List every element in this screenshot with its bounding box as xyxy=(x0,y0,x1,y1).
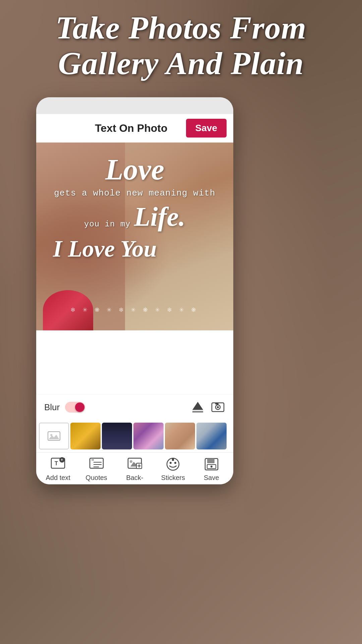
snowflakes-decoration: ❄ ✳ ❋ ✳ ❄ ✳ ❋ ✳ ❄ ✳ ❋ xyxy=(36,306,233,314)
save-button-header[interactable]: Save xyxy=(186,119,227,138)
toggle-thumb xyxy=(75,402,84,412)
nav-stickers-label: Stickers xyxy=(161,474,185,482)
svg-point-25 xyxy=(170,462,172,464)
app-header: Text On Photo Save xyxy=(36,114,233,143)
nav-add-text[interactable]: T + Add text xyxy=(45,457,71,482)
text-life-row: you in my Life. xyxy=(84,202,185,232)
top-text-block: Take Photos From Gallery And Plain xyxy=(0,10,362,81)
thumbnail-3[interactable] xyxy=(133,423,164,449)
nav-add-text-label: Add text xyxy=(46,474,70,482)
add-text-icon: T + xyxy=(50,457,66,472)
svg-marker-7 xyxy=(49,435,59,439)
thumbnail-2[interactable] xyxy=(102,423,132,449)
nav-save-label: Save xyxy=(204,474,219,482)
svg-point-8 xyxy=(50,434,52,436)
svg-point-20 xyxy=(130,460,132,463)
thumbnail-1[interactable] xyxy=(70,423,101,449)
white-area xyxy=(36,330,233,394)
nav-save[interactable]: Save xyxy=(198,457,225,482)
add-photo-thumb[interactable] xyxy=(39,423,69,449)
bottom-nav: T + Add text " Quotes xyxy=(36,452,233,484)
svg-rect-1 xyxy=(192,411,203,413)
svg-text:": " xyxy=(92,458,94,465)
svg-rect-5 xyxy=(215,403,219,405)
svg-text:+: + xyxy=(61,458,63,462)
svg-rect-29 xyxy=(207,459,215,463)
blur-control-area: Blur xyxy=(36,394,233,420)
nav-background[interactable]: Back- xyxy=(121,457,148,482)
blur-toggle[interactable] xyxy=(65,402,85,413)
nav-stickers[interactable]: Stickers xyxy=(160,457,186,482)
text-i-love-you: I Love You xyxy=(53,235,157,262)
save-icon xyxy=(203,457,220,472)
svg-point-26 xyxy=(174,462,176,464)
photo-picker-button[interactable] xyxy=(210,400,225,415)
photo-text-overlay: Love gets a whole new meaning with you i… xyxy=(36,143,233,330)
thumbnail-5[interactable] xyxy=(196,423,227,449)
photo-area[interactable]: Love gets a whole new meaning with you i… xyxy=(36,143,233,330)
svg-point-31 xyxy=(210,466,213,468)
text-you-in-my: you in my xyxy=(84,220,131,232)
svg-marker-0 xyxy=(192,402,203,410)
phone-container: Text On Photo Save Love gets a whole new… xyxy=(36,97,233,484)
nav-quotes-label: Quotes xyxy=(85,474,107,482)
background-icon xyxy=(126,457,143,472)
quotes-icon: " xyxy=(88,457,105,472)
top-text-line2: Gallery And Plain xyxy=(58,45,304,81)
blur-label: Blur xyxy=(44,402,60,413)
svg-point-4 xyxy=(217,406,219,408)
top-text-content: Take Photos From Gallery And Plain xyxy=(0,10,362,81)
text-gets: gets a whole new meaning with xyxy=(54,188,215,198)
phone-top-bar xyxy=(36,97,233,114)
blur-icons xyxy=(190,400,225,415)
svg-text:T: T xyxy=(55,461,58,466)
top-text-line1: Take Photos From xyxy=(56,10,307,46)
text-life: Life. xyxy=(134,202,185,232)
text-love: Love xyxy=(105,153,164,186)
nav-quotes[interactable]: " Quotes xyxy=(83,457,110,482)
svg-rect-27 xyxy=(172,458,174,461)
thumbnail-4[interactable] xyxy=(165,423,195,449)
fill-color-button[interactable] xyxy=(190,400,205,415)
nav-background-label: Back- xyxy=(126,474,143,482)
thumbnail-strip xyxy=(36,420,233,452)
stickers-icon xyxy=(165,457,181,472)
app-title: Text On Photo xyxy=(76,122,186,135)
